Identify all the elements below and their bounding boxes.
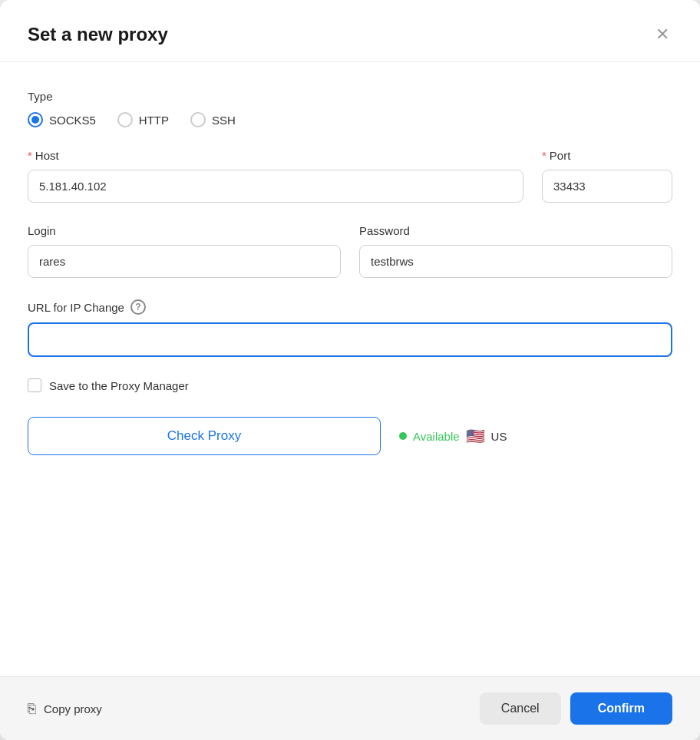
country-text: US xyxy=(491,430,507,443)
url-label-row: URL for IP Change ? xyxy=(28,299,672,315)
login-input[interactable] xyxy=(28,245,341,278)
radio-ssh-input[interactable] xyxy=(190,112,206,127)
save-proxy-label: Save to the Proxy Manager xyxy=(49,379,189,392)
cancel-button[interactable]: Cancel xyxy=(480,692,561,725)
flag-icon: 🇺🇸 xyxy=(466,427,485,445)
copy-icon: ⎘ xyxy=(28,701,36,717)
port-label: *Port xyxy=(542,149,672,162)
check-proxy-row: Check Proxy Available 🇺🇸 US xyxy=(28,417,672,455)
proxy-status: Available 🇺🇸 US xyxy=(399,427,507,445)
host-label: *Host xyxy=(28,149,523,162)
password-label: Password xyxy=(359,224,672,237)
copy-proxy-button[interactable]: ⎘ Copy proxy xyxy=(28,701,102,717)
login-col: Login xyxy=(28,224,341,278)
dialog-footer: ⎘ Copy proxy Cancel Confirm xyxy=(0,676,700,740)
host-port-row: *Host *Port xyxy=(28,149,672,203)
dialog-header: Set a new proxy ✕ xyxy=(0,0,700,62)
dialog-body: Type SOCKS5 HTTP SSH *Host xyxy=(0,62,700,676)
status-dot xyxy=(399,432,407,440)
url-input[interactable] xyxy=(28,322,672,357)
url-label: URL for IP Change xyxy=(28,301,124,314)
login-password-row: Login Password xyxy=(28,224,672,278)
status-text: Available xyxy=(413,430,460,443)
dialog-title: Set a new proxy xyxy=(28,24,168,45)
close-icon: ✕ xyxy=(655,26,669,43)
confirm-button[interactable]: Confirm xyxy=(570,692,672,725)
url-field-group: URL for IP Change ? xyxy=(28,299,672,357)
host-input[interactable] xyxy=(28,170,523,203)
footer-right: Cancel Confirm xyxy=(480,692,672,725)
copy-proxy-label: Copy proxy xyxy=(44,702,102,715)
login-label: Login xyxy=(28,224,341,237)
radio-http-input[interactable] xyxy=(117,112,133,127)
port-required-star: * xyxy=(542,149,546,162)
radio-http-label: HTTP xyxy=(139,114,169,127)
port-col: *Port xyxy=(542,149,672,203)
save-proxy-row: Save to the Proxy Manager xyxy=(28,378,672,392)
radio-http[interactable]: HTTP xyxy=(117,112,169,127)
password-col: Password xyxy=(359,224,672,278)
radio-ssh-label: SSH xyxy=(212,114,236,127)
host-required-star: * xyxy=(28,149,32,162)
set-proxy-dialog: Set a new proxy ✕ Type SOCKS5 HTTP SSH xyxy=(0,0,700,740)
radio-group: SOCKS5 HTTP SSH xyxy=(28,112,672,127)
help-icon[interactable]: ? xyxy=(130,299,146,315)
radio-ssh[interactable]: SSH xyxy=(190,112,236,127)
port-input[interactable] xyxy=(542,170,672,203)
host-col: *Host xyxy=(28,149,523,203)
type-label: Type xyxy=(28,90,672,103)
radio-socks5-input[interactable] xyxy=(28,112,43,127)
close-button[interactable]: ✕ xyxy=(652,23,672,46)
password-input[interactable] xyxy=(359,245,672,278)
type-field-group: Type SOCKS5 HTTP SSH xyxy=(28,90,672,127)
check-proxy-button[interactable]: Check Proxy xyxy=(28,417,381,455)
save-proxy-checkbox[interactable] xyxy=(28,378,41,392)
radio-socks5-label: SOCKS5 xyxy=(49,114,96,127)
radio-socks5[interactable]: SOCKS5 xyxy=(28,112,96,127)
